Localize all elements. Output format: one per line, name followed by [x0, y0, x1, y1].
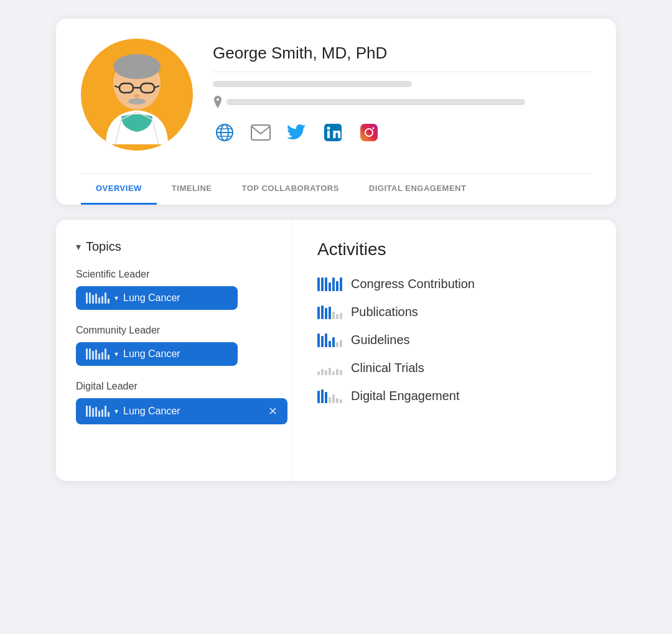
svg-point-1 — [113, 54, 161, 79]
topic-section-community: Community Leader ▾ Lung Cancer — [76, 325, 272, 366]
topics-title: Topics — [86, 240, 121, 254]
profile-location-bar — [226, 99, 525, 105]
clinical-bars — [317, 361, 342, 375]
activities-panel: Activities Congress Contribution — [292, 220, 616, 481]
bars-icon-digital — [86, 406, 110, 417]
location-icon — [213, 96, 223, 108]
activity-digital-engagement: Digital Engagement — [317, 389, 591, 403]
svg-point-20 — [373, 128, 375, 129]
bars-icon-community — [86, 348, 110, 360]
bars-icon-scientific — [86, 292, 110, 304]
profile-specialty-bar — [213, 81, 412, 87]
activity-publications: Publications — [317, 305, 591, 319]
digital-engagement-label: Digital Engagement — [351, 389, 460, 403]
svg-point-7 — [134, 94, 140, 98]
globe-icon[interactable] — [213, 121, 236, 144]
twitter-icon[interactable] — [285, 121, 309, 144]
topics-header: ▾ Topics — [76, 240, 272, 254]
topic-dropdown-icon-3: ▾ — [114, 407, 118, 416]
svg-point-8 — [128, 98, 146, 105]
instagram-icon[interactable] — [357, 121, 381, 144]
congress-contribution-label: Congress Contribution — [351, 277, 475, 291]
svg-point-17 — [327, 127, 330, 130]
topic-dropdown-icon-2: ▾ — [114, 350, 118, 358]
community-leader-label: Community Leader — [76, 325, 272, 336]
clinical-trials-label: Clinical Trials — [351, 361, 424, 375]
profile-divider — [213, 72, 591, 72]
topics-panel: ▾ Topics Scientific Leader ▾ Lung Cancer — [56, 220, 292, 481]
profile-card: George Smith, MD, PhD — [56, 19, 616, 205]
scientific-topic-name: Lung Cancer — [123, 292, 180, 304]
publications-bars — [317, 305, 342, 319]
activity-guidelines: Guidelines — [317, 333, 591, 347]
topic-dropdown-icon: ▾ — [114, 294, 118, 302]
close-icon[interactable]: ✕ — [268, 404, 278, 418]
digital-leader-badge[interactable]: ▾ Lung Cancer ✕ — [76, 398, 287, 424]
activity-clinical: Clinical Trials — [317, 361, 591, 375]
social-icons — [213, 121, 591, 144]
digital-engagement-bars — [317, 389, 342, 403]
tab-top-collaborators[interactable]: TOP COLLABORATORS — [227, 174, 354, 205]
digital-topic-name: Lung Cancer — [123, 406, 180, 417]
publications-label: Publications — [351, 305, 418, 319]
profile-name: George Smith, MD, PhD — [213, 44, 591, 63]
svg-rect-14 — [251, 125, 270, 140]
profile-info: George Smith, MD, PhD — [213, 39, 591, 144]
tab-digital-engagement[interactable]: DIGITAL ENGAGEMENT — [354, 174, 482, 205]
nav-tabs: OVERVIEW TIMELINE TOP COLLABORATORS DIGI… — [81, 173, 591, 205]
linkedin-icon[interactable] — [321, 121, 345, 144]
activities-title: Activities — [317, 240, 591, 259]
chevron-down-icon[interactable]: ▾ — [76, 241, 81, 253]
community-topic-name: Lung Cancer — [123, 348, 180, 360]
bottom-card: ▾ Topics Scientific Leader ▾ Lung Cancer — [56, 220, 616, 481]
community-leader-badge[interactable]: ▾ Lung Cancer — [76, 342, 238, 366]
email-icon[interactable] — [249, 121, 273, 144]
tab-overview[interactable]: OVERVIEW — [81, 174, 157, 205]
digital-leader-label: Digital Leader — [76, 381, 272, 392]
guidelines-bars — [317, 333, 342, 347]
profile-location — [213, 96, 591, 108]
topic-section-digital: Digital Leader ▾ Lung Cancer — [76, 381, 272, 424]
guidelines-label: Guidelines — [351, 333, 410, 347]
svg-rect-18 — [360, 124, 378, 141]
tab-timeline[interactable]: TIMELINE — [157, 174, 227, 205]
activity-congress: Congress Contribution — [317, 277, 591, 291]
avatar — [81, 39, 193, 151]
svg-rect-16 — [327, 131, 330, 138]
scientific-leader-badge[interactable]: ▾ Lung Cancer — [76, 286, 238, 310]
topic-section-scientific: Scientific Leader ▾ Lung Cancer — [76, 269, 272, 310]
congress-bars — [317, 277, 342, 291]
scientific-leader-label: Scientific Leader — [76, 269, 272, 280]
